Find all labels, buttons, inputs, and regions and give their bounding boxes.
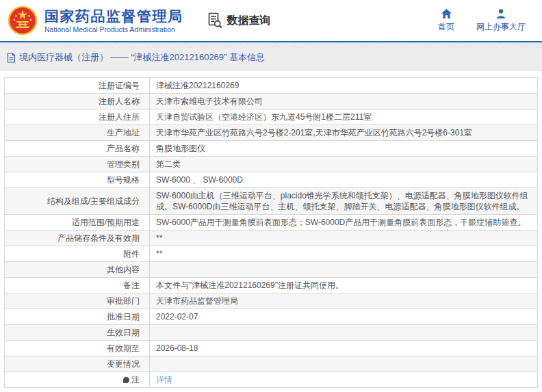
row-value: **: [150, 231, 538, 246]
row-value: SW-6000 、 SW-6000D: [150, 172, 538, 188]
table-row: 生产地址 天津市华苑产业区竹苑路六号2号楼2-201室,天津市华苑产业区竹苑路六…: [5, 125, 538, 141]
row-label: 批准日期: [5, 309, 150, 325]
table-row: 注册证编号 津械注准20212160269: [5, 78, 538, 94]
info-table: 注册证编号 津械注准20212160269 注册人名称 天津市索维电子技术有限公…: [4, 77, 538, 388]
table-row: 适用范围/预期用途 SW-6000产品用于测量角膜前表面形态；SW-6000D产…: [5, 215, 538, 231]
table-row: 结构及组成/主要组成成分 SW-6000由主机（三维运动平台、placido锥光…: [5, 188, 538, 215]
row-value: SW-6000产品用于测量角膜前表面形态；SW-6000D产品用于测量角膜前表面…: [150, 215, 538, 231]
site-header: 国家药品监督管理局 National Medical Products Admi…: [0, 0, 542, 41]
row-label: 注册人住所: [5, 109, 150, 125]
row-value: 天津自贸试验区（空港经济区）东九道45号附1楼二层211室: [150, 109, 538, 125]
nav-service-hall[interactable]: 网上办事大厅: [476, 8, 526, 33]
info-table-body: 注册证编号 津械注准20212160269 注册人名称 天津市索维电子技术有限公…: [5, 78, 538, 388]
row-label: 备注: [5, 278, 150, 293]
table-row: 备注 本文件与"津械注准20212160269"注册证共同使用。: [5, 278, 538, 293]
row-value: [150, 356, 538, 372]
detail-link[interactable]: 详情: [156, 375, 172, 384]
table-row: 产品储存条件及有效期 **: [5, 231, 538, 246]
nav-service-hall-label: 网上办事大厅: [476, 21, 526, 33]
row-value: 2022-02-07: [150, 309, 538, 325]
row-value: 第二类: [150, 157, 538, 172]
table-row: 注册人住所 天津自贸试验区（空港经济区）东九道45号附1楼二层211室: [5, 109, 538, 125]
site-subtitle: National Medical Products Administration: [44, 25, 183, 34]
row-label: 注: [5, 372, 150, 388]
nav-home-label: 首页: [438, 21, 454, 33]
table-row: 审批部门 天津市药品监督管理局: [5, 293, 538, 309]
row-value: [150, 325, 538, 341]
row-label: 变更情况: [5, 356, 150, 372]
row-label: 生产地址: [5, 125, 150, 141]
person-icon: [495, 8, 506, 19]
row-value: SW-6000由主机（三维运动平台、placido锥光学系统和颌托支架）、电源适…: [150, 188, 538, 215]
nmpa-logo[interactable]: 国家药品监督管理局 National Medical Products Admi…: [7, 5, 183, 36]
data-query-tab[interactable]: 数据查询: [208, 12, 271, 29]
row-label: 其他内容: [5, 262, 150, 278]
row-label: 有效期至: [5, 341, 150, 356]
note-icon: [123, 377, 129, 383]
row-label: 注册人名称: [5, 94, 150, 109]
document-search-icon: [208, 12, 223, 29]
table-row: 管理类别 第二类: [5, 157, 538, 172]
row-value: 详情: [150, 372, 538, 388]
row-label: 产品名称: [5, 141, 150, 157]
row-label: 产品储存条件及有效期: [5, 231, 150, 246]
breadcrumb-text: 境内医疗器械（注册） —— “津械注准20212160269” 基本信息: [19, 51, 265, 64]
row-label: 适用范围/预期用途: [5, 215, 150, 231]
row-value: 天津市索维电子技术有限公司: [150, 94, 538, 109]
row-value: 角膜地形图仪: [150, 141, 538, 157]
row-value: 2026-08-18: [150, 341, 538, 356]
row-label: 管理类别: [5, 157, 150, 172]
table-row: 有效期至 2026-08-18: [5, 341, 538, 356]
row-label: 附件: [5, 246, 150, 262]
nav-home[interactable]: 首页: [438, 8, 454, 33]
row-value: **: [150, 246, 538, 262]
table-row: 变更情况: [5, 356, 538, 372]
row-value: [150, 262, 538, 278]
row-label: 生效日期: [5, 325, 150, 341]
site-title: 国家药品监督管理局: [44, 8, 183, 25]
row-label: 审批部门: [5, 293, 150, 309]
table-row: 生效日期: [5, 325, 538, 341]
breadcrumb-banner: 境内医疗器械（注册） —— “津械注准20212160269” 基本信息: [0, 42, 542, 71]
table-row: 注 详情: [5, 372, 538, 388]
row-label: 注册证编号: [5, 78, 150, 94]
breadcrumb: 境内医疗器械（注册） —— “津械注准20212160269” 基本信息: [7, 51, 265, 64]
row-value: 天津市药品监督管理局: [150, 293, 538, 309]
row-value: 天津市华苑产业区竹苑路六号2号楼2-201室,天津市华苑产业区竹苑路六号2号楼6…: [150, 125, 538, 141]
row-label: 型号规格: [5, 172, 150, 188]
table-row: 产品名称 角膜地形图仪: [5, 141, 538, 157]
table-row: 附件 **: [5, 246, 538, 262]
row-value: 津械注准20212160269: [150, 78, 538, 94]
row-value: 本文件与"津械注准20212160269"注册证共同使用。: [150, 278, 538, 293]
home-icon: [441, 8, 452, 19]
document-icon: [7, 53, 16, 63]
table-row: 批准日期 2022-02-07: [5, 309, 538, 325]
national-emblem-icon: [7, 5, 38, 36]
table-row: 注册人名称 天津市索维电子技术有限公司: [5, 94, 538, 109]
data-query-label: 数据查询: [227, 14, 271, 28]
row-label: 结构及组成/主要组成成分: [5, 188, 150, 215]
table-row: 其他内容: [5, 262, 538, 278]
table-row: 型号规格 SW-6000 、 SW-6000D: [5, 172, 538, 188]
top-nav: 首页 网上办事大厅: [438, 8, 526, 33]
